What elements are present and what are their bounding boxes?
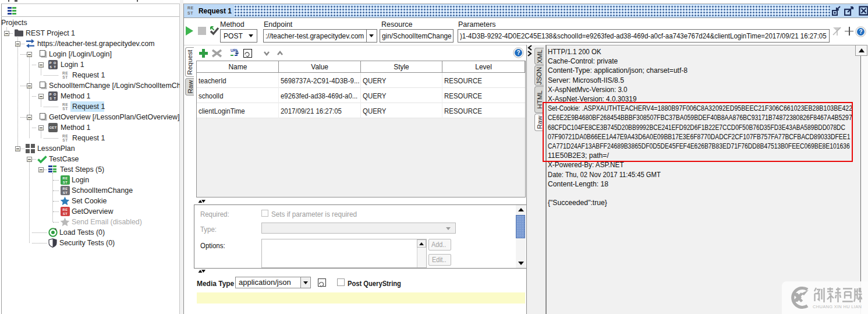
svg-text:?: ? [516,50,520,56]
svg-text:?: ? [859,29,862,35]
